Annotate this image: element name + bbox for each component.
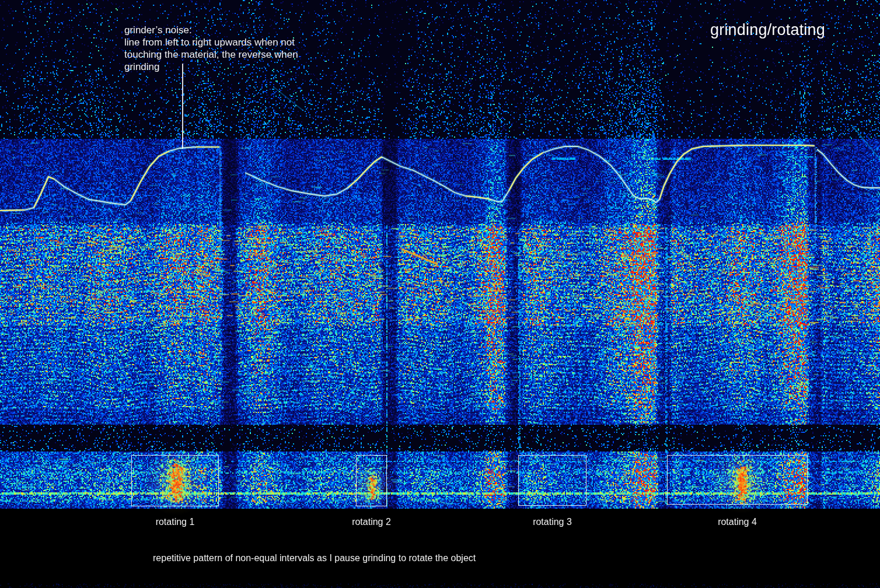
- spectrogram-figure: grinding/rotating grinder’s noise: line …: [0, 0, 880, 588]
- annotation-pointer-line: [182, 64, 183, 149]
- rotating-region-label: rotating 2: [352, 517, 391, 527]
- annotation-line: grinder’s noise:: [124, 24, 298, 36]
- rotating-region-box-3: [518, 455, 586, 506]
- annotation-line: line from left to right upwards when not: [124, 36, 298, 48]
- annotation-line: grinding: [124, 61, 298, 73]
- rotating-region-label: rotating 1: [156, 517, 195, 527]
- rotating-region-box-1: [131, 455, 219, 506]
- annotation-line: touching the material, the reverse when: [124, 48, 298, 61]
- grinder-noise-annotation: grinder’s noise: line from left to right…: [124, 24, 298, 73]
- figure-caption: repetitive pattern of non-equal interval…: [153, 553, 476, 564]
- rotating-region-box-2: [356, 455, 387, 506]
- figure-title: grinding/rotating: [710, 21, 825, 39]
- rotating-region-box-4: [667, 455, 808, 505]
- rotating-region-label: rotating 4: [718, 517, 757, 527]
- rotating-region-label: rotating 3: [533, 517, 572, 527]
